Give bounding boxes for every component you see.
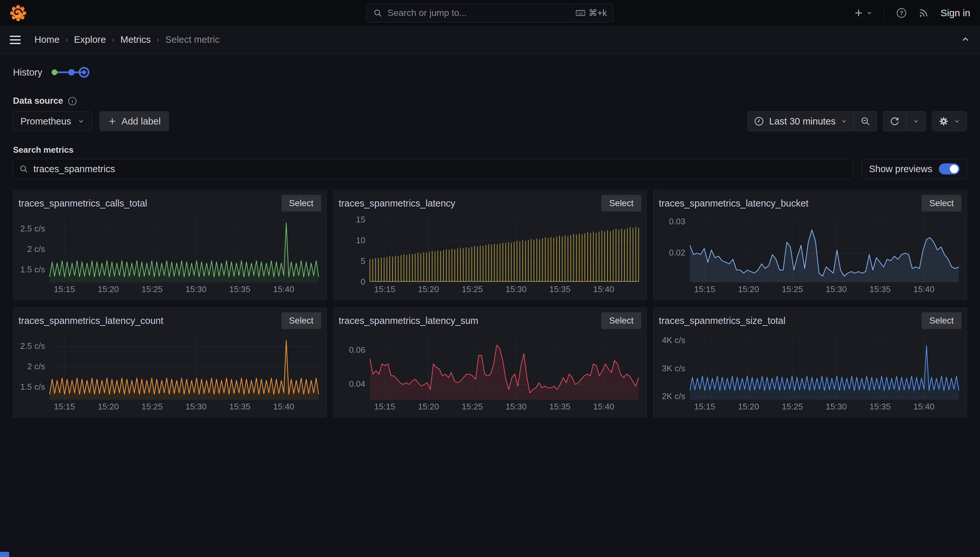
breadcrumb-home[interactable]: Home xyxy=(34,34,59,45)
metrics-search-field xyxy=(13,159,853,179)
datasource-picker[interactable]: Prometheus xyxy=(13,111,92,131)
refresh-group xyxy=(883,111,926,131)
breadcrumb-separator: › xyxy=(157,35,159,45)
metric-preview-card: traces_spanmetrics_latency_sum Select xyxy=(333,307,647,418)
metric-preview-card: traces_spanmetrics_latency_count Select xyxy=(13,307,327,418)
refresh-interval-dropdown[interactable] xyxy=(906,112,926,131)
time-range-text: Last 30 minutes xyxy=(769,116,836,127)
metric-preview-chart[interactable] xyxy=(659,331,962,412)
metric-preview-chart[interactable] xyxy=(659,214,962,295)
history-label: History xyxy=(13,67,42,78)
chevron-down-icon xyxy=(841,118,847,124)
search-placeholder: Search or jump to... xyxy=(387,8,570,18)
refresh-icon xyxy=(890,116,900,126)
global-search-button[interactable]: Search or jump to... ⌘+k xyxy=(366,3,614,22)
settings-button[interactable] xyxy=(932,112,967,131)
history-dot-green xyxy=(52,69,57,75)
datasource-label: Data source xyxy=(13,96,63,106)
chevron-up-icon[interactable] xyxy=(960,34,970,46)
news-rss-icon[interactable] xyxy=(918,8,929,18)
shortcut-text: ⌘+k xyxy=(589,8,607,18)
breadcrumb-bar: Home › Explore › Metrics › Select metric xyxy=(0,26,980,54)
chevron-down-icon xyxy=(913,118,919,124)
gear-icon xyxy=(939,116,949,126)
bottom-left-accent xyxy=(0,552,9,557)
zoom-out-button[interactable] xyxy=(854,112,877,131)
info-icon[interactable] xyxy=(68,97,77,106)
add-label-button[interactable]: Add label xyxy=(99,111,169,131)
chevron-down-icon xyxy=(954,118,960,124)
menu-hamburger-icon[interactable] xyxy=(10,36,21,44)
metric-preview-card: traces_spanmetrics_size_total Select xyxy=(653,307,967,418)
history-dot-blue xyxy=(68,69,75,75)
metric-name: traces_spanmetrics_latency_sum xyxy=(339,316,478,326)
plus-icon xyxy=(854,8,864,18)
metric-preview-card: traces_spanmetrics_latency Select xyxy=(333,190,647,300)
add-label-text: Add label xyxy=(121,116,161,127)
breadcrumb: Home › Explore › Metrics › Select metric xyxy=(34,34,220,45)
chevron-down-icon xyxy=(866,10,872,16)
breadcrumb-separator: › xyxy=(65,35,68,45)
select-metric-button[interactable]: Select xyxy=(921,312,962,329)
grafana-logo-icon[interactable] xyxy=(10,4,27,22)
time-picker: Last 30 minutes xyxy=(747,111,877,131)
breadcrumb-metrics[interactable]: Metrics xyxy=(120,34,150,45)
breadcrumb-explore[interactable]: Explore xyxy=(74,34,106,45)
settings-group xyxy=(932,111,967,131)
keyboard-shortcut: ⌘+k xyxy=(576,8,607,18)
metric-preview-chart[interactable] xyxy=(339,331,642,412)
select-metric-button[interactable]: Select xyxy=(921,195,962,212)
metric-name: traces_spanmetrics_latency_bucket xyxy=(659,198,808,209)
sign-in-link[interactable]: Sign in xyxy=(941,7,970,18)
header-divider xyxy=(884,7,885,20)
search-icon xyxy=(373,8,382,18)
show-previews-label: Show previews xyxy=(869,164,932,174)
history-timeline[interactable] xyxy=(50,65,90,79)
app-header: Search or jump to... ⌘+k xyxy=(0,0,980,26)
breadcrumb-separator: › xyxy=(112,35,114,45)
metrics-search-input[interactable] xyxy=(33,164,847,174)
select-metric-button[interactable]: Select xyxy=(281,312,321,329)
plus-icon xyxy=(108,117,117,126)
metric-previews-grid: traces_spanmetrics_calls_total Select tr… xyxy=(13,190,967,418)
metric-preview-card: traces_spanmetrics_latency_bucket Select xyxy=(653,190,967,300)
new-menu-button[interactable] xyxy=(854,8,872,18)
metric-preview-chart[interactable] xyxy=(18,331,321,412)
keyboard-icon xyxy=(576,9,585,17)
help-button[interactable]: ? xyxy=(896,8,906,18)
history-current-dot xyxy=(82,70,86,75)
zoom-out-icon xyxy=(861,116,870,126)
metric-preview-chart[interactable] xyxy=(18,214,321,295)
metric-name: traces_spanmetrics_size_total xyxy=(659,316,785,326)
chevron-down-icon xyxy=(78,118,85,125)
select-metric-button[interactable]: Select xyxy=(601,312,641,329)
metric-name: traces_spanmetrics_latency_count xyxy=(18,316,163,326)
metric-preview-chart[interactable] xyxy=(339,214,642,295)
search-icon xyxy=(19,164,28,173)
breadcrumb-current: Select metric xyxy=(165,34,220,45)
show-previews-toggle[interactable] xyxy=(939,163,960,174)
clock-icon xyxy=(754,116,764,126)
metric-name: traces_spanmetrics_latency xyxy=(339,198,455,209)
search-metrics-label: Search metrics xyxy=(13,145,967,155)
time-range-button[interactable]: Last 30 minutes xyxy=(748,112,854,131)
svg-text:?: ? xyxy=(900,10,903,16)
show-previews-control: Show previews xyxy=(862,159,967,179)
select-metric-button[interactable]: Select xyxy=(601,195,641,212)
select-metric-button[interactable]: Select xyxy=(281,195,321,212)
metric-name: traces_spanmetrics_calls_total xyxy=(18,198,147,209)
refresh-button[interactable] xyxy=(883,112,906,131)
metric-preview-card: traces_spanmetrics_calls_total Select xyxy=(13,190,327,300)
datasource-value: Prometheus xyxy=(20,116,71,127)
